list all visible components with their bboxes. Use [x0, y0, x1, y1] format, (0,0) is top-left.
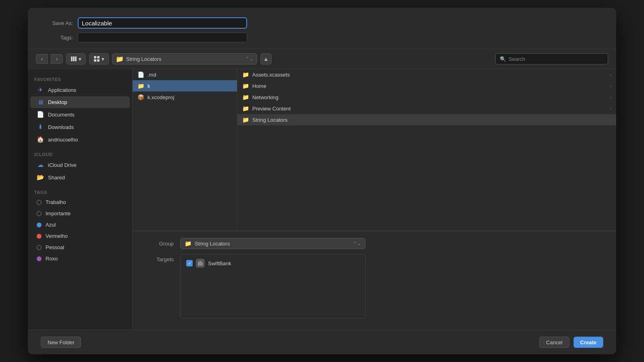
- targets-label: Targets: [145, 254, 174, 262]
- tag-dot-azul: [37, 223, 42, 227]
- file-item-preview[interactable]: 📁 Preview Content ›: [237, 103, 616, 114]
- chevron-right-icon: ›: [610, 95, 611, 100]
- folder-icon: 📁: [242, 105, 249, 112]
- sidebar-item-label: Desktop: [48, 99, 67, 105]
- icloud-label: iCloud: [28, 149, 132, 158]
- file-item-networking[interactable]: 📁 Networking ›: [237, 92, 616, 103]
- chevron-up-icon: ▲: [263, 56, 269, 62]
- sidebar-item-applications[interactable]: ✈ Applications: [30, 84, 130, 96]
- tags-label: Tags: [28, 187, 132, 196]
- sidebar-item-label: iCloud Drive: [48, 162, 77, 168]
- new-folder-label: New Folder: [48, 339, 74, 345]
- file-item-string-locators[interactable]: 📁 String Locators ›: [237, 114, 616, 125]
- sidebar-item-downloads[interactable]: ⬇ Downloads: [30, 121, 130, 133]
- folder-icon-col1: 📁: [137, 83, 144, 89]
- sidebar-item-tag-importante[interactable]: Importante: [30, 208, 130, 219]
- cancel-button[interactable]: Cancel: [539, 337, 569, 348]
- search-placeholder: Search: [509, 56, 525, 62]
- file-item-label: k: [147, 83, 150, 89]
- file-item[interactable]: 📦 k.xcodeproj: [133, 92, 237, 103]
- svg-rect-4: [97, 56, 100, 58]
- sidebar-item-icloud-drive[interactable]: ☁ iCloud Drive: [30, 159, 130, 171]
- desktop-icon: 🖥: [37, 99, 44, 106]
- sidebar: Favorites ✈ Applications 🖥 Desktop 📄 Doc…: [28, 69, 133, 330]
- sidebar-item-shared[interactable]: 📂 Shared: [30, 171, 130, 183]
- tag-dot-vermelho: [37, 234, 42, 239]
- new-folder-button[interactable]: New Folder: [41, 337, 81, 348]
- target-checkbox[interactable]: ✓: [186, 260, 193, 266]
- chevron-right-icon: ›: [610, 83, 611, 88]
- chevron-right-icon: ›: [610, 117, 611, 122]
- file-list-area: 📄 .md 📁 k › 📦 k.xcodeproj: [133, 69, 616, 231]
- file-item-assets[interactable]: 📁 Assets.xcassets ›: [237, 69, 616, 80]
- group-selector[interactable]: 📁 String Locators ⌃⌄: [180, 238, 366, 249]
- svg-rect-1: [73, 56, 75, 61]
- file-item-label: Preview Content: [252, 106, 291, 112]
- save-as-input[interactable]: [78, 17, 247, 29]
- folder-icon: 📁: [242, 83, 249, 89]
- search-box[interactable]: 🔍 Search: [495, 53, 608, 64]
- sidebar-item-home[interactable]: 🏠 andriucoelho: [30, 133, 130, 146]
- create-button[interactable]: Create: [573, 337, 603, 348]
- file-item-selected[interactable]: 📁 k ›: [133, 80, 237, 92]
- collapse-button[interactable]: ▲: [260, 53, 272, 64]
- sidebar-item-label: andriucoelho: [48, 137, 78, 143]
- save-dialog: Save As: Tags: ‹ › ▾ ▾ 📁 String Locators…: [28, 8, 616, 354]
- group-chevrons: ⌃⌄: [353, 241, 361, 246]
- view-columns-button[interactable]: ▾: [66, 53, 86, 64]
- sidebar-item-tag-pessoal[interactable]: Pessoal: [30, 242, 130, 253]
- forward-button[interactable]: ›: [51, 54, 63, 64]
- chevron-right-icon: ›: [610, 106, 611, 111]
- folder-icon: 📁: [242, 94, 249, 100]
- sidebar-item-documents[interactable]: 📄 Documents: [30, 108, 130, 121]
- group-row: Group 📁 String Locators ⌃⌄: [145, 238, 603, 249]
- location-selector[interactable]: 📁 String Locators ⌃⌄: [112, 53, 257, 64]
- group-label: Group: [145, 241, 174, 247]
- sidebar-item-desktop[interactable]: 🖥 Desktop: [30, 96, 130, 108]
- group-value: String Locators: [195, 241, 230, 247]
- target-item-swiftbank[interactable]: ✓ SwiftBank: [183, 257, 363, 270]
- file-item-label: String Locators: [252, 117, 287, 123]
- sidebar-item-label: Applications: [48, 87, 76, 93]
- tag-dot-importante: [37, 211, 42, 216]
- file-column-2: 📁 Assets.xcassets › 📁 Home › 📁 Networkin…: [237, 69, 616, 231]
- targets-row: Targets ✓ SwiftBank: [145, 254, 603, 318]
- sidebar-item-label: Shared: [48, 175, 65, 181]
- view-grid-button[interactable]: ▾: [89, 53, 109, 64]
- svg-rect-5: [94, 59, 96, 62]
- sidebar-item-label: Downloads: [48, 124, 74, 130]
- back-button[interactable]: ‹: [36, 54, 48, 64]
- file-item-home[interactable]: 📁 Home ›: [237, 80, 616, 92]
- sidebar-item-label: Vermelho: [46, 233, 68, 239]
- save-as-row: Save As:: [41, 17, 603, 29]
- dialog-footer: New Folder Cancel Create: [28, 330, 616, 354]
- create-label: Create: [580, 339, 596, 345]
- dialog-main: Favorites ✈ Applications 🖥 Desktop 📄 Doc…: [28, 69, 616, 330]
- file-item[interactable]: 📄 .md: [133, 69, 237, 80]
- folder-icon: 📁: [242, 71, 249, 78]
- sidebar-item-tag-roxo[interactable]: Roxo: [30, 253, 130, 264]
- sidebar-item-label: Importante: [46, 210, 71, 216]
- favorites-label: Favorites: [28, 74, 132, 83]
- search-icon: 🔍: [500, 56, 506, 62]
- xcodeproj-icon: 📦: [137, 94, 144, 100]
- sidebar-item-tag-trabalho[interactable]: Trabalho: [30, 197, 130, 208]
- shared-icon: 📂: [37, 174, 44, 181]
- home-icon: 🏠: [37, 136, 44, 143]
- svg-rect-6: [97, 59, 100, 62]
- sidebar-item-tag-vermelho[interactable]: Vermelho: [30, 231, 130, 241]
- file-item-label: k.xcodeproj: [147, 94, 174, 100]
- sidebar-item-tag-azul[interactable]: Azul: [30, 219, 130, 230]
- bottom-panel: Group 📁 String Locators ⌃⌄ Targets ✓: [133, 231, 616, 330]
- targets-box: ✓ SwiftBank: [180, 254, 366, 318]
- tags-input[interactable]: [78, 33, 247, 42]
- file-item-label: Networking: [252, 94, 278, 100]
- svg-rect-2: [75, 56, 77, 61]
- dialog-header: Save As: Tags:: [28, 8, 616, 49]
- svg-rect-3: [94, 56, 96, 58]
- sidebar-item-label: Roxo: [46, 256, 58, 262]
- sidebar-item-label: Pessoal: [46, 244, 64, 250]
- file-icon: 📄: [137, 71, 144, 78]
- chevron-down-icon: ▾: [79, 56, 81, 62]
- applications-icon: ✈: [37, 86, 44, 94]
